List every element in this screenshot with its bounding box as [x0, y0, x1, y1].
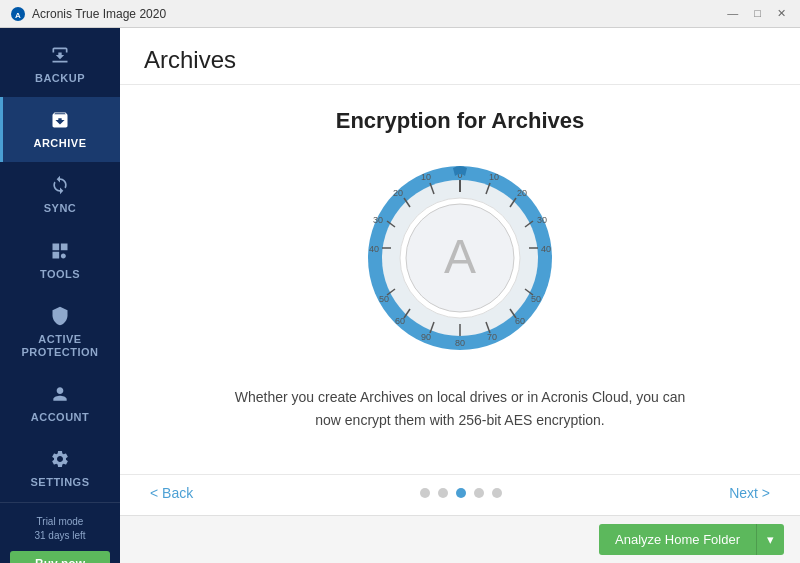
sidebar: BACKUP ARCHIVE SYNC TOOLS — [0, 28, 120, 563]
settings-icon — [49, 448, 71, 470]
back-button[interactable]: < Back — [150, 485, 193, 501]
svg-text:20: 20 — [517, 188, 527, 198]
svg-text:90: 90 — [421, 332, 431, 342]
svg-text:60: 60 — [515, 316, 525, 326]
content-area: Encryption for Archives — [120, 85, 800, 474]
svg-text:60: 60 — [395, 316, 405, 326]
encryption-title: Encryption for Archives — [336, 108, 585, 134]
dropdown-arrow-icon: ▾ — [767, 532, 774, 547]
app-logo: A — [10, 6, 26, 22]
window-controls: — □ ✕ — [723, 7, 790, 20]
sidebar-item-tools[interactable]: TOOLS — [0, 228, 120, 293]
page-title: Archives — [144, 46, 776, 74]
title-bar: A Acronis True Image 2020 — □ ✕ — [0, 0, 800, 28]
svg-text:30: 30 — [537, 215, 547, 225]
svg-text:20: 20 — [393, 188, 403, 198]
close-button[interactable]: ✕ — [773, 7, 790, 20]
svg-text:40: 40 — [541, 244, 551, 254]
bottom-bar: Analyze Home Folder ▾ — [120, 515, 800, 563]
svg-text:80: 80 — [455, 338, 465, 348]
trial-line2: 31 days left — [34, 530, 85, 541]
archive-icon — [49, 109, 71, 131]
sidebar-label-account: ACCOUNT — [31, 411, 90, 424]
sidebar-label-tools: TOOLS — [40, 268, 80, 281]
sidebar-item-settings[interactable]: SETTINGS — [0, 436, 120, 501]
sidebar-bottom: Trial mode 31 days left Buy now — [0, 502, 120, 564]
account-icon — [49, 383, 71, 405]
analyze-dropdown-button[interactable]: ▾ — [757, 524, 784, 555]
app-body: BACKUP ARCHIVE SYNC TOOLS — [0, 28, 800, 563]
sidebar-label-settings: SETTINGS — [30, 476, 89, 489]
sidebar-label-archive: ARCHIVE — [33, 137, 86, 150]
svg-text:30: 30 — [373, 215, 383, 225]
minimize-button[interactable]: — — [723, 7, 742, 20]
encryption-dial-svg: 0 10 20 30 40 50 60 70 80 90 60 50 40 30 — [360, 158, 560, 358]
content-header: Archives — [120, 28, 800, 85]
main-content: Archives Encryption for Archives — [120, 28, 800, 563]
description-text: Whether you create Archives on local dri… — [220, 386, 700, 431]
dial-graphic: 0 10 20 30 40 50 60 70 80 90 60 50 40 30 — [360, 158, 560, 358]
nav-dot-2 — [438, 488, 448, 498]
trial-line1: Trial mode — [37, 516, 84, 527]
nav-dot-3 — [456, 488, 466, 498]
sidebar-nav: BACKUP ARCHIVE SYNC TOOLS — [0, 28, 120, 502]
tools-icon — [49, 240, 71, 262]
navigation-dots — [420, 488, 502, 498]
svg-text:50: 50 — [379, 294, 389, 304]
sidebar-item-account[interactable]: ACCOUNT — [0, 371, 120, 436]
nav-footer: < Back Next > — [120, 474, 800, 515]
svg-text:10: 10 — [489, 172, 499, 182]
maximize-button[interactable]: □ — [750, 7, 765, 20]
sync-icon — [49, 174, 71, 196]
svg-text:A: A — [15, 10, 21, 19]
nav-dot-5 — [492, 488, 502, 498]
nav-dot-1 — [420, 488, 430, 498]
analyze-home-folder-button[interactable]: Analyze Home Folder — [599, 524, 757, 555]
svg-text:70: 70 — [487, 332, 497, 342]
sidebar-item-archive[interactable]: ARCHIVE — [0, 97, 120, 162]
sidebar-item-sync[interactable]: SYNC — [0, 162, 120, 227]
sidebar-label-sync: SYNC — [44, 202, 77, 215]
sidebar-label-backup: BACKUP — [35, 72, 85, 85]
trial-info: Trial mode 31 days left — [10, 515, 110, 543]
backup-icon — [49, 44, 71, 66]
svg-text:40: 40 — [369, 244, 379, 254]
sidebar-label-active-protection: ACTIVE PROTECTION — [8, 333, 112, 359]
svg-text:10: 10 — [421, 172, 431, 182]
svg-text:A: A — [444, 230, 476, 283]
sidebar-item-backup[interactable]: BACKUP — [0, 32, 120, 97]
sidebar-item-active-protection[interactable]: ACTIVE PROTECTION — [0, 293, 120, 371]
app-title: Acronis True Image 2020 — [32, 7, 723, 21]
buy-now-button[interactable]: Buy now — [10, 551, 110, 564]
nav-dot-4 — [474, 488, 484, 498]
shield-icon — [49, 305, 71, 327]
next-button[interactable]: Next > — [729, 485, 770, 501]
svg-text:50: 50 — [531, 294, 541, 304]
